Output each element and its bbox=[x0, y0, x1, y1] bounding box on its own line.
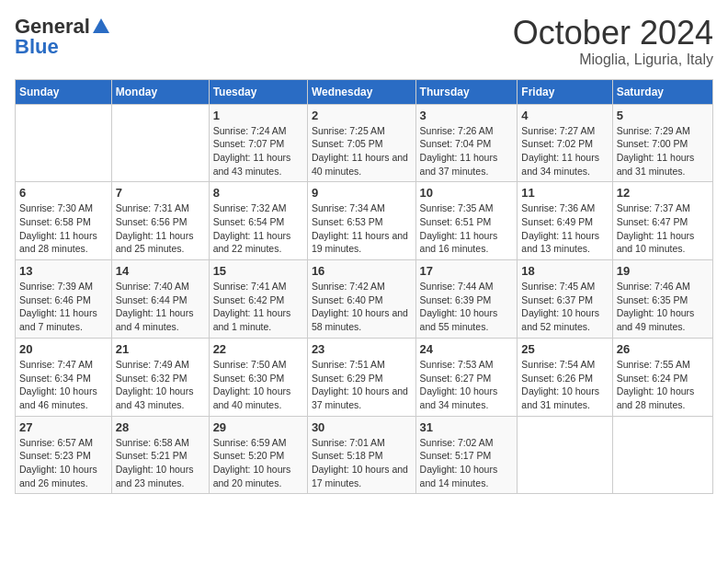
calendar-cell: 20Sunrise: 7:47 AMSunset: 6:34 PMDayligh… bbox=[16, 338, 112, 416]
calendar-cell: 24Sunrise: 7:53 AMSunset: 6:27 PMDayligh… bbox=[415, 338, 518, 416]
calendar-week-1: 1Sunrise: 7:24 AMSunset: 7:07 PMDaylight… bbox=[16, 104, 713, 182]
day-info: Sunrise: 7:51 AMSunset: 6:29 PMDaylight:… bbox=[312, 358, 412, 412]
day-info: Sunrise: 7:54 AMSunset: 6:26 PMDaylight:… bbox=[521, 358, 608, 412]
logo-area: General Blue bbox=[15, 15, 112, 59]
calendar-cell: 27Sunrise: 6:57 AMSunset: 5:23 PMDayligh… bbox=[16, 416, 112, 494]
day-number: 11 bbox=[521, 186, 608, 200]
weekday-header-thursday: Thursday bbox=[415, 79, 518, 104]
calendar-cell: 22Sunrise: 7:50 AMSunset: 6:30 PMDayligh… bbox=[209, 338, 307, 416]
day-number: 26 bbox=[617, 342, 709, 356]
calendar-cell: 17Sunrise: 7:44 AMSunset: 6:39 PMDayligh… bbox=[415, 260, 518, 339]
day-number: 1 bbox=[213, 109, 303, 122]
svg-marker-0 bbox=[93, 18, 109, 33]
day-info: Sunrise: 7:01 AMSunset: 5:18 PMDaylight:… bbox=[312, 436, 412, 490]
calendar-cell: 21Sunrise: 7:49 AMSunset: 6:32 PMDayligh… bbox=[111, 338, 209, 416]
day-number: 6 bbox=[19, 186, 108, 200]
calendar-cell bbox=[111, 104, 209, 182]
day-info: Sunrise: 7:41 AMSunset: 6:42 PMDaylight:… bbox=[213, 280, 303, 334]
day-info: Sunrise: 7:27 AMSunset: 7:02 PMDaylight:… bbox=[521, 124, 608, 178]
calendar-week-5: 27Sunrise: 6:57 AMSunset: 5:23 PMDayligh… bbox=[16, 416, 713, 494]
calendar-cell: 19Sunrise: 7:46 AMSunset: 6:35 PMDayligh… bbox=[612, 260, 712, 339]
day-number: 3 bbox=[420, 109, 514, 122]
day-info: Sunrise: 7:24 AMSunset: 7:07 PMDaylight:… bbox=[213, 124, 303, 178]
day-info: Sunrise: 7:50 AMSunset: 6:30 PMDaylight:… bbox=[213, 358, 303, 412]
day-number: 14 bbox=[116, 264, 205, 278]
weekday-header-row: SundayMondayTuesdayWednesdayThursdayFrid… bbox=[16, 79, 713, 104]
day-info: Sunrise: 7:55 AMSunset: 6:24 PMDaylight:… bbox=[617, 358, 709, 412]
calendar-cell bbox=[518, 416, 612, 494]
calendar-cell: 30Sunrise: 7:01 AMSunset: 5:18 PMDayligh… bbox=[307, 416, 415, 494]
day-info: Sunrise: 7:26 AMSunset: 7:04 PMDaylight:… bbox=[420, 124, 514, 178]
day-number: 23 bbox=[312, 342, 412, 356]
day-number: 13 bbox=[19, 264, 108, 278]
calendar-cell: 25Sunrise: 7:54 AMSunset: 6:26 PMDayligh… bbox=[518, 338, 612, 416]
day-info: Sunrise: 7:37 AMSunset: 6:47 PMDaylight:… bbox=[617, 201, 709, 256]
day-number: 24 bbox=[420, 342, 514, 356]
month-title: October 2024 bbox=[513, 15, 713, 52]
day-info: Sunrise: 7:45 AMSunset: 6:37 PMDaylight:… bbox=[521, 280, 608, 334]
day-info: Sunrise: 7:44 AMSunset: 6:39 PMDaylight:… bbox=[420, 280, 514, 334]
weekday-header-monday: Monday bbox=[111, 79, 209, 104]
day-info: Sunrise: 7:30 AMSunset: 6:58 PMDaylight:… bbox=[19, 201, 108, 256]
day-info: Sunrise: 7:34 AMSunset: 6:53 PMDaylight:… bbox=[312, 201, 412, 256]
calendar-cell: 3Sunrise: 7:26 AMSunset: 7:04 PMDaylight… bbox=[415, 104, 518, 182]
calendar-cell: 31Sunrise: 7:02 AMSunset: 5:17 PMDayligh… bbox=[415, 416, 518, 494]
day-number: 20 bbox=[19, 342, 108, 356]
calendar-cell: 16Sunrise: 7:42 AMSunset: 6:40 PMDayligh… bbox=[307, 260, 415, 339]
day-number: 31 bbox=[420, 420, 514, 434]
day-number: 22 bbox=[213, 342, 303, 356]
header: General Blue October 2024 Mioglia, Ligur… bbox=[15, 15, 713, 68]
day-number: 30 bbox=[312, 420, 412, 434]
day-info: Sunrise: 7:46 AMSunset: 6:35 PMDaylight:… bbox=[617, 280, 709, 334]
day-info: Sunrise: 7:39 AMSunset: 6:46 PMDaylight:… bbox=[19, 280, 108, 334]
day-info: Sunrise: 6:59 AMSunset: 5:20 PMDaylight:… bbox=[213, 436, 303, 490]
calendar-cell: 10Sunrise: 7:35 AMSunset: 6:51 PMDayligh… bbox=[415, 182, 518, 260]
day-info: Sunrise: 7:42 AMSunset: 6:40 PMDaylight:… bbox=[312, 280, 412, 334]
calendar-cell: 12Sunrise: 7:37 AMSunset: 6:47 PMDayligh… bbox=[612, 182, 712, 260]
day-number: 7 bbox=[116, 186, 205, 200]
day-number: 19 bbox=[617, 264, 709, 278]
calendar-cell: 13Sunrise: 7:39 AMSunset: 6:46 PMDayligh… bbox=[16, 260, 112, 339]
calendar-cell bbox=[16, 104, 112, 182]
calendar-cell: 18Sunrise: 7:45 AMSunset: 6:37 PMDayligh… bbox=[518, 260, 612, 339]
logo-blue: Blue bbox=[15, 35, 59, 59]
day-number: 17 bbox=[420, 264, 514, 278]
day-number: 2 bbox=[312, 109, 412, 122]
calendar-cell bbox=[612, 416, 712, 494]
location-title: Mioglia, Liguria, Italy bbox=[513, 52, 713, 68]
day-number: 5 bbox=[617, 109, 709, 122]
day-number: 27 bbox=[19, 420, 108, 434]
day-number: 15 bbox=[213, 264, 303, 278]
day-info: Sunrise: 7:25 AMSunset: 7:05 PMDaylight:… bbox=[312, 124, 412, 178]
day-info: Sunrise: 7:47 AMSunset: 6:34 PMDaylight:… bbox=[19, 358, 108, 412]
day-number: 28 bbox=[116, 420, 205, 434]
weekday-header-wednesday: Wednesday bbox=[307, 79, 415, 104]
calendar-cell: 9Sunrise: 7:34 AMSunset: 6:53 PMDaylight… bbox=[307, 182, 415, 260]
day-info: Sunrise: 7:53 AMSunset: 6:27 PMDaylight:… bbox=[420, 358, 514, 412]
calendar-cell: 1Sunrise: 7:24 AMSunset: 7:07 PMDaylight… bbox=[209, 104, 307, 182]
day-number: 4 bbox=[521, 109, 608, 122]
day-info: Sunrise: 7:35 AMSunset: 6:51 PMDaylight:… bbox=[420, 201, 514, 256]
calendar-cell: 11Sunrise: 7:36 AMSunset: 6:49 PMDayligh… bbox=[518, 182, 612, 260]
day-info: Sunrise: 7:36 AMSunset: 6:49 PMDaylight:… bbox=[521, 201, 608, 256]
day-info: Sunrise: 7:40 AMSunset: 6:44 PMDaylight:… bbox=[116, 280, 205, 334]
calendar-week-2: 6Sunrise: 7:30 AMSunset: 6:58 PMDaylight… bbox=[16, 182, 713, 260]
day-info: Sunrise: 6:57 AMSunset: 5:23 PMDaylight:… bbox=[19, 436, 108, 490]
weekday-header-tuesday: Tuesday bbox=[209, 79, 307, 104]
calendar-cell: 26Sunrise: 7:55 AMSunset: 6:24 PMDayligh… bbox=[612, 338, 712, 416]
calendar-cell: 5Sunrise: 7:29 AMSunset: 7:00 PMDaylight… bbox=[612, 104, 712, 182]
day-number: 25 bbox=[521, 342, 608, 356]
calendar-cell: 2Sunrise: 7:25 AMSunset: 7:05 PMDaylight… bbox=[307, 104, 415, 182]
weekday-header-sunday: Sunday bbox=[16, 79, 112, 104]
day-number: 16 bbox=[312, 264, 412, 278]
calendar-cell: 15Sunrise: 7:41 AMSunset: 6:42 PMDayligh… bbox=[209, 260, 307, 339]
day-number: 18 bbox=[521, 264, 608, 278]
day-info: Sunrise: 7:32 AMSunset: 6:54 PMDaylight:… bbox=[213, 201, 303, 256]
calendar-cell: 8Sunrise: 7:32 AMSunset: 6:54 PMDaylight… bbox=[209, 182, 307, 260]
day-number: 21 bbox=[116, 342, 205, 356]
day-info: Sunrise: 7:49 AMSunset: 6:32 PMDaylight:… bbox=[116, 358, 205, 412]
day-info: Sunrise: 7:29 AMSunset: 7:00 PMDaylight:… bbox=[617, 124, 709, 178]
logo-icon bbox=[91, 17, 111, 37]
calendar-week-3: 13Sunrise: 7:39 AMSunset: 6:46 PMDayligh… bbox=[16, 260, 713, 339]
day-info: Sunrise: 6:58 AMSunset: 5:21 PMDaylight:… bbox=[116, 436, 205, 490]
